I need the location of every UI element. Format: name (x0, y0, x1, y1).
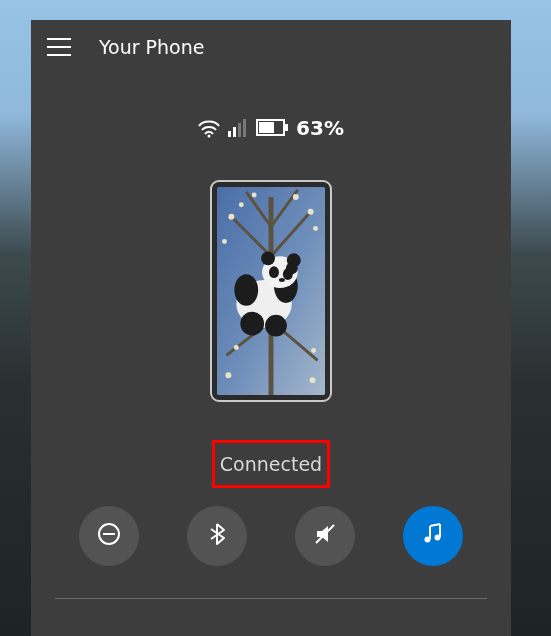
wifi-icon (198, 118, 220, 138)
svg-point-11 (252, 192, 257, 197)
do-not-disturb-icon (96, 521, 122, 551)
bluetooth-icon (204, 521, 230, 551)
svg-point-30 (279, 278, 285, 282)
svg-rect-6 (259, 122, 274, 133)
page-title: Your Phone (99, 36, 204, 58)
music-icon (420, 521, 446, 551)
svg-point-24 (265, 315, 287, 337)
section-divider (55, 598, 487, 599)
dnd-button[interactable] (79, 506, 139, 566)
your-phone-panel: Your Phone 63% (31, 20, 511, 636)
svg-point-28 (269, 266, 279, 278)
svg-rect-1 (228, 131, 231, 137)
mute-button[interactable] (295, 506, 355, 566)
svg-point-16 (234, 345, 239, 350)
svg-point-17 (311, 348, 316, 353)
svg-point-14 (313, 226, 318, 231)
svg-point-19 (310, 377, 316, 383)
svg-rect-2 (233, 127, 236, 137)
svg-point-0 (208, 135, 211, 138)
svg-point-12 (293, 194, 299, 200)
phone-wallpaper (217, 187, 325, 395)
connection-status-highlight: Connected (212, 440, 330, 488)
panel-header: Your Phone (31, 20, 511, 58)
svg-point-10 (239, 202, 244, 207)
svg-point-21 (234, 274, 258, 306)
svg-point-36 (435, 535, 441, 541)
phone-status-bar: 63% (31, 116, 511, 140)
connection-status-label: Connected (220, 453, 322, 475)
svg-point-18 (225, 372, 231, 378)
svg-point-35 (425, 537, 431, 543)
phone-preview-frame[interactable] (210, 180, 332, 402)
bluetooth-button[interactable] (187, 506, 247, 566)
hamburger-menu-icon[interactable] (47, 38, 71, 56)
svg-point-13 (308, 209, 314, 215)
volume-mute-icon (312, 521, 338, 551)
svg-rect-3 (238, 123, 241, 137)
music-button[interactable] (403, 506, 463, 566)
battery-icon (256, 119, 288, 137)
svg-point-31 (286, 262, 298, 274)
battery-percentage: 63% (296, 116, 344, 140)
svg-rect-7 (285, 124, 288, 131)
action-button-row (31, 506, 511, 566)
signal-icon (228, 119, 248, 137)
svg-point-9 (228, 214, 234, 220)
svg-rect-4 (243, 119, 246, 137)
svg-point-23 (240, 312, 264, 336)
svg-point-26 (261, 251, 275, 265)
svg-point-15 (222, 239, 227, 244)
